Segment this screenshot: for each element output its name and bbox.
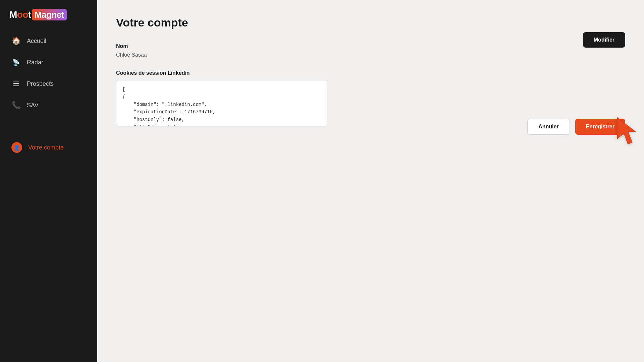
list-icon: ☰ [11, 79, 21, 88]
annuler-button[interactable]: Annuler [527, 119, 570, 135]
sidebar-label-accueil: Accueil [27, 38, 46, 45]
sidebar-label-votre-compte: Votre compte [28, 144, 64, 151]
radar-icon: 📡 [11, 58, 21, 67]
nom-section: Nom Chloé Sasaa [116, 43, 625, 58]
page-title: Votre compte [116, 16, 625, 29]
sidebar-item-accueil[interactable]: 🏠 Accueil [5, 31, 92, 51]
phone-icon: 📞 [11, 101, 21, 110]
sidebar: MootMagnet 🏠 Accueil 📡 Radar ☰ Prospects… [0, 0, 97, 362]
modifier-button[interactable]: Modifier [583, 32, 625, 48]
nav-menu: 🏠 Accueil 📡 Radar ☰ Prospects 📞 SAV 👤 Vo… [0, 31, 97, 362]
sidebar-label-prospects: Prospects [27, 80, 54, 87]
sidebar-item-votre-compte[interactable]: 👤 Votre compte [5, 137, 92, 158]
home-icon: 🏠 [11, 36, 21, 46]
enregistrer-button[interactable]: Enregistrer [575, 119, 625, 135]
cookie-textarea[interactable]: [ { "domain": ".linkedin.com", "expirati… [116, 80, 327, 126]
cookies-label: Cookies de session Linkedin [116, 70, 625, 76]
sidebar-item-sav[interactable]: 📞 SAV [5, 95, 92, 115]
sidebar-item-prospects[interactable]: ☰ Prospects [5, 74, 92, 94]
sidebar-label-sav: SAV [27, 102, 39, 109]
nom-label: Nom [116, 43, 625, 49]
action-buttons: Annuler Enregistrer [527, 119, 625, 135]
nom-value: Chloé Sasaa [116, 52, 625, 58]
logo-magnet: Magnet [32, 9, 67, 20]
main-content: Votre compte Nom Chloé Sasaa Cookies de … [97, 0, 644, 362]
logo-text: MootMagnet [9, 9, 67, 20]
sidebar-item-radar[interactable]: 📡 Radar [5, 52, 92, 72]
user-icon: 👤 [11, 142, 22, 153]
sidebar-label-radar: Radar [27, 59, 43, 66]
logo-meet: Moot [9, 9, 31, 20]
logo: MootMagnet [0, 0, 97, 31]
